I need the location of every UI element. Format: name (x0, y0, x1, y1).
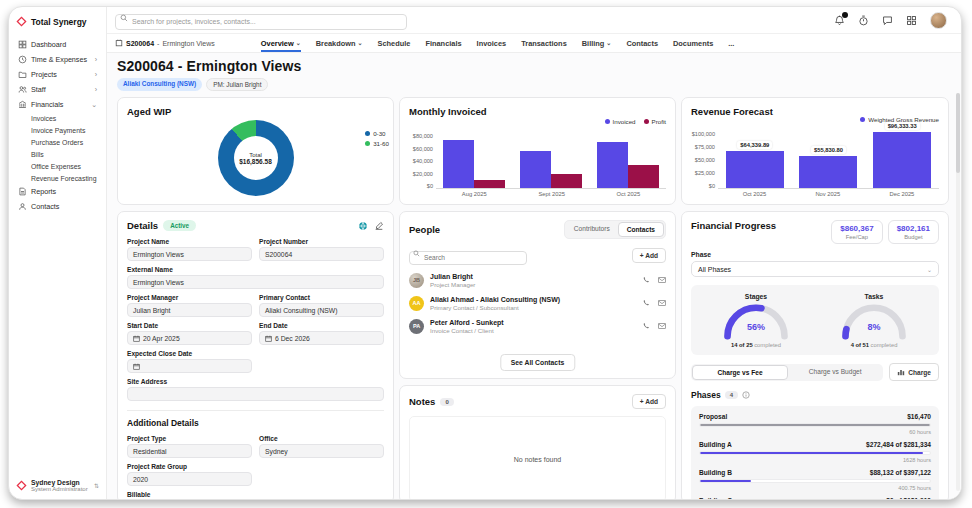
mail-icon[interactable] (658, 322, 666, 330)
sidebar-item-time-expenses[interactable]: Time & Expenses› (16, 52, 99, 67)
breadcrumb-name: Ermington Views (162, 40, 214, 47)
sidebar-item-staff[interactable]: Staff› (16, 82, 99, 97)
person-role: Project Manager (430, 281, 475, 288)
person-row[interactable]: AAAliaki Ahmad - Aliaki Consulting (NSW)… (409, 296, 666, 311)
tab-contacts[interactable]: Contacts (626, 34, 658, 52)
field-input[interactable]: S200064 (259, 247, 384, 261)
field-start-date: Start Date20 Apr 2025 (127, 322, 252, 345)
page-badges: Aliaki Consulting (NSW) PM: Julian Brigh… (117, 78, 951, 91)
chat-icon[interactable] (882, 15, 893, 26)
monthly-invoiced-card: Monthly Invoiced InvoicedProfit $80,000$… (399, 97, 676, 205)
additional-details-fields: Project TypeResidentialOfficeSydneyProje… (127, 435, 384, 499)
add-person-button[interactable]: + Add (632, 248, 666, 263)
phone-icon[interactable] (642, 322, 650, 330)
legend-item: Profit (644, 118, 666, 125)
sidebar-subitem-invoice-payments[interactable]: Invoice Payments (16, 124, 99, 136)
phase-amount: $272,484 of $281,334 (866, 441, 931, 448)
bar-invoiced (443, 140, 474, 188)
edit-icon[interactable] (374, 221, 384, 231)
people-toggle-contacts[interactable]: Contacts (618, 222, 664, 237)
column-1: Aged WIP Total $16,856.58 0-3031-60 (117, 97, 394, 499)
field-input[interactable]: Residential (127, 444, 252, 458)
sidebar-subitem-revenue-forecasting[interactable]: Revenue Forecasting (16, 172, 99, 184)
sidebar-subitem-office-expenses[interactable]: Office Expenses (16, 160, 99, 172)
phase-name: Building A (699, 441, 732, 448)
sidebar-item-dashboard[interactable]: Dashboard (16, 37, 99, 52)
tab-financials[interactable]: Financials (425, 34, 461, 52)
bar-group (443, 140, 505, 188)
info-icon[interactable] (742, 391, 750, 399)
sidebar-item-projects[interactable]: Projects› (16, 67, 99, 82)
tab-breakdown[interactable]: Breakdown⌄ (316, 34, 363, 52)
field-input[interactable]: Ermington Views (127, 247, 252, 261)
field-input[interactable]: 20 Apr 2025 (127, 331, 252, 345)
client-badge[interactable]: Aliaki Consulting (NSW) (117, 78, 202, 91)
toggle-charge-vs-fee[interactable]: Charge vs Fee (692, 365, 788, 380)
add-note-button[interactable]: + Add (632, 394, 666, 409)
sidebar: Total Synergy DashboardTime & Expenses›P… (9, 7, 107, 499)
scrollbar[interactable] (956, 93, 960, 491)
people-toggle-contributors[interactable]: Contributors (566, 222, 618, 237)
people-title: People (409, 224, 440, 235)
phase-select[interactable]: All Phases ⌄ (691, 261, 939, 277)
notifications-bell-icon[interactable] (834, 15, 845, 26)
field-label: Project Rate Group (127, 463, 252, 470)
phone-icon[interactable] (642, 299, 650, 307)
chevron-down-icon: ⌄ (91, 101, 97, 108)
field-input[interactable]: Ermington Views (127, 275, 384, 289)
see-all-contacts-button[interactable]: See All Contacts (500, 354, 575, 371)
tab-invoices[interactable]: Invoices (477, 34, 507, 52)
mail-icon[interactable] (658, 276, 666, 284)
people-search-input[interactable] (409, 251, 527, 265)
sync-globe-icon[interactable] (358, 221, 368, 231)
tab-documents[interactable]: Documents (673, 34, 713, 52)
field-input[interactable]: Sydney (259, 444, 384, 458)
person-row[interactable]: PAPeter Alford - SunkeptInvoice Contact … (409, 319, 666, 334)
x-tick: Oct 2025 (743, 191, 767, 197)
sidebar-footer[interactable]: Sydney Design System Administrator ⇅ (16, 473, 99, 492)
sidebar-item-financials[interactable]: Financials⌄ (16, 97, 99, 112)
sidebar-subitem-bills[interactable]: Bills (16, 148, 99, 160)
user-avatar[interactable] (930, 12, 947, 29)
sidebar-item-contacts[interactable]: Contacts (16, 199, 99, 214)
sidebar-subitem-invoices[interactable]: Invoices (16, 112, 99, 124)
legend-item: Weighted Gross Revenue (860, 116, 939, 123)
tab-transactions[interactable]: Transactions (521, 34, 567, 52)
bar-weighted-gross-revenue (726, 151, 784, 188)
chevron-right-icon: › (95, 86, 97, 93)
sidebar-item-label: Projects (31, 70, 57, 79)
tab-more[interactable]: ... (728, 34, 734, 52)
person-role: Invoice Contact / Client (430, 327, 504, 334)
timer-icon[interactable] (858, 15, 869, 26)
breadcrumb[interactable]: S200064 - Ermington Views (115, 39, 215, 47)
apps-grid-icon[interactable] (906, 15, 917, 26)
field-project-name: Project NameErmington Views (127, 238, 252, 261)
search-input[interactable] (115, 14, 407, 30)
charge-button[interactable]: Charge (889, 363, 939, 381)
toggle-charge-vs-budget[interactable]: Charge vs Budget (788, 365, 882, 380)
person-row[interactable]: JBJulian BrightProject Manager (409, 273, 666, 288)
sidebar-subitem-purchase-orders[interactable]: Purchase Orders (16, 136, 99, 148)
tab-billing[interactable]: Billing⌄ (582, 34, 612, 52)
phase-name: Building C (699, 497, 732, 499)
bar-group: $96,333.33 (873, 122, 931, 188)
field-input[interactable] (127, 359, 252, 373)
mail-icon[interactable] (658, 299, 666, 307)
stat-chip-fee-cap: $860,367Fee/Cap (831, 220, 882, 244)
field-input[interactable]: 2020 (127, 472, 252, 486)
avatar: JB (409, 273, 424, 288)
field-input[interactable]: Julian Bright (127, 303, 252, 317)
field-input[interactable]: Aliaki Consulting (NSW) (259, 303, 384, 317)
tab-schedule[interactable]: Schedule (378, 34, 411, 52)
calendar-icon (133, 363, 140, 370)
phase-label: Phase (691, 251, 939, 258)
field-input[interactable] (127, 387, 384, 401)
field-input[interactable]: 6 Dec 2026 (259, 331, 384, 345)
sidebar-item-label: Staff (31, 85, 46, 94)
tab-overview[interactable]: Overview⌄ (261, 34, 301, 52)
sidebar-item-reports[interactable]: Reports (16, 184, 99, 199)
additional-details-title: Additional Details (127, 418, 384, 428)
phase-name: Proposal (699, 413, 727, 420)
phone-icon[interactable] (642, 276, 650, 284)
sidebar-item-label: Reports (31, 187, 56, 196)
